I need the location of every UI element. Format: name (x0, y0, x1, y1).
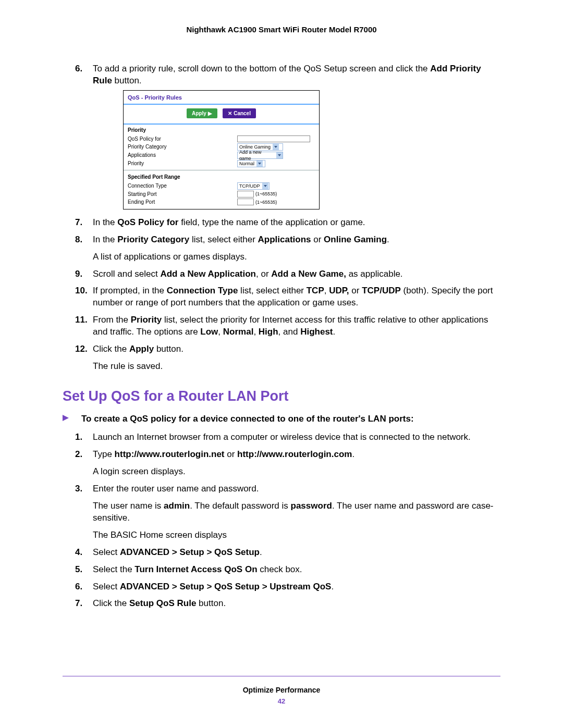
step-subtext: The BASIC Home screen displays (93, 529, 500, 541)
step-bold: http://www.routerlogin.net (115, 449, 225, 459)
step-number: 11. (75, 314, 88, 326)
label-ending-port: Ending Port (128, 199, 237, 206)
section-priority-title: Priority (124, 125, 319, 135)
step-bold: Applications (258, 235, 311, 244)
sub-bold: admin (164, 501, 190, 511)
step-bold: Apply (129, 344, 154, 354)
step-bold: High (259, 327, 278, 337)
connection-type-select[interactable]: TCP/UDP (237, 182, 270, 190)
step-12: 12. Click the Apply button. The rule is … (63, 343, 500, 373)
step-number: 5. (75, 564, 82, 576)
qos-policy-input[interactable] (237, 135, 310, 142)
step-b7: 7. Click the Setup QoS Rule button. (63, 598, 500, 610)
cancel-button[interactable]: ✕ Cancel (223, 108, 256, 119)
applications-select[interactable]: Add a new game (237, 152, 283, 159)
step-b6: 6. Select ADVANCED > Setup > QoS Setup >… (63, 581, 500, 593)
step-text: . (333, 327, 336, 337)
sub-bold: password (291, 501, 332, 511)
page-footer: Optimize Performance 42 (63, 676, 500, 705)
step-text: or (349, 286, 362, 295)
label-applications: Applications (128, 152, 237, 159)
step-bold: ADVANCED > Setup > QoS Setup (120, 547, 260, 557)
priority-select[interactable]: Normal (237, 160, 265, 167)
step-text: , (324, 286, 329, 295)
step-text: In the (93, 235, 117, 244)
step-number: 9. (75, 268, 82, 280)
step-text: field, type the name of the application … (178, 217, 365, 227)
apply-label: Apply (192, 110, 206, 116)
step-7: 7. In the QoS Policy for field, type the… (63, 217, 500, 229)
step-bold: ADVANCED > Setup > QoS Setup > Upstream … (120, 582, 331, 591)
step-bold: Low (200, 327, 218, 337)
port-hint: (1~65535) (255, 191, 277, 197)
step-text: Click the (93, 598, 129, 608)
step-text: , (218, 327, 223, 337)
step-b5: 5. Select the Turn Internet Access QoS O… (63, 564, 500, 576)
step-text: Select the (93, 564, 134, 574)
label-priority: Priority (128, 160, 237, 167)
step-bold: QoS Policy for (117, 217, 178, 227)
page-number: 42 (63, 697, 500, 705)
step-bold: Priority (131, 315, 162, 325)
step-b4: 4. Select ADVANCED > Setup > QoS Setup. (63, 547, 500, 559)
step-bold: Normal (223, 327, 254, 337)
footer-rule (63, 676, 500, 676)
screenshot-title: QoS - Priority Rules (124, 91, 319, 104)
step-b2: 2. Type http://www.routerlogin.net or ht… (63, 449, 500, 478)
step-text: Click the (93, 344, 129, 354)
step-subtext: A list of applications or games displays… (93, 251, 500, 263)
step-number: 1. (75, 431, 82, 443)
step-6: 6. To add a priority rule, scroll down t… (63, 63, 500, 209)
step-text: From the (93, 315, 131, 325)
step-text: To add a priority rule, scroll down to t… (93, 64, 430, 73)
ending-port-input[interactable] (237, 199, 254, 205)
arrow-icon (63, 415, 69, 421)
step-text: Select (93, 547, 120, 557)
step-text: Launch an Internet browser from a comput… (93, 432, 471, 442)
label-connection-type: Connection Type (128, 182, 237, 190)
port-hint: (1~65535) (255, 199, 277, 205)
steps-list-a: 6. To add a priority rule, scroll down t… (63, 63, 500, 373)
label-starting-port: Starting Port (128, 191, 237, 198)
section-portrange-title: Specified Port Range (124, 171, 319, 182)
chevron-down-icon (256, 161, 263, 167)
step-text: , (253, 327, 258, 337)
chevron-down-icon (276, 152, 283, 158)
label-priority-category: Priority Category (128, 143, 237, 151)
step-bold: Online Gaming (324, 235, 387, 244)
step-number: 7. (75, 598, 82, 610)
step-bold: Add a New Game, (271, 269, 346, 279)
step-text: list, select either (238, 286, 306, 295)
step-bold: Add a New Application (160, 269, 256, 279)
step-bold: TCP/UDP (362, 286, 401, 295)
footer-section-label: Optimize Performance (63, 686, 500, 694)
step-text: , and (278, 327, 301, 337)
step-b3: 3. Enter the router user name and passwo… (63, 483, 500, 541)
step-text: or (311, 235, 324, 244)
step-text: Type (93, 449, 115, 459)
step-number: 12. (75, 343, 88, 355)
step-11: 11. From the Priority list, select the p… (63, 314, 500, 338)
step-number: 8. (75, 234, 82, 246)
apply-button[interactable]: Apply ▶ (187, 108, 217, 119)
select-value: Normal (239, 161, 254, 167)
step-bold: Turn Internet Access QoS On (134, 564, 257, 574)
sub-text: The user name is (93, 501, 164, 511)
play-icon: ▶ (208, 110, 212, 116)
chevron-down-icon (262, 183, 268, 189)
step-number: 2. (75, 449, 82, 461)
step-text: If prompted, in the (93, 286, 167, 295)
step-text: . (387, 235, 389, 244)
starting-port-input[interactable] (237, 191, 254, 198)
step-number: 6. (75, 63, 82, 75)
document-header: Nighthawk AC1900 Smart WiFi Router Model… (63, 25, 500, 34)
step-bold: Setup QoS Rule (129, 598, 196, 608)
step-text: list, select either (189, 235, 258, 244)
step-8: 8. In the Priority Category list, select… (63, 234, 500, 263)
step-bold: UDP, (329, 286, 349, 295)
step-bold: http://www.routerlogin.com (237, 449, 352, 459)
step-number: 10. (75, 285, 88, 297)
close-icon: ✕ (228, 110, 232, 116)
step-bold: Connection Type (167, 286, 238, 295)
step-subtext: The rule is saved. (93, 361, 500, 373)
